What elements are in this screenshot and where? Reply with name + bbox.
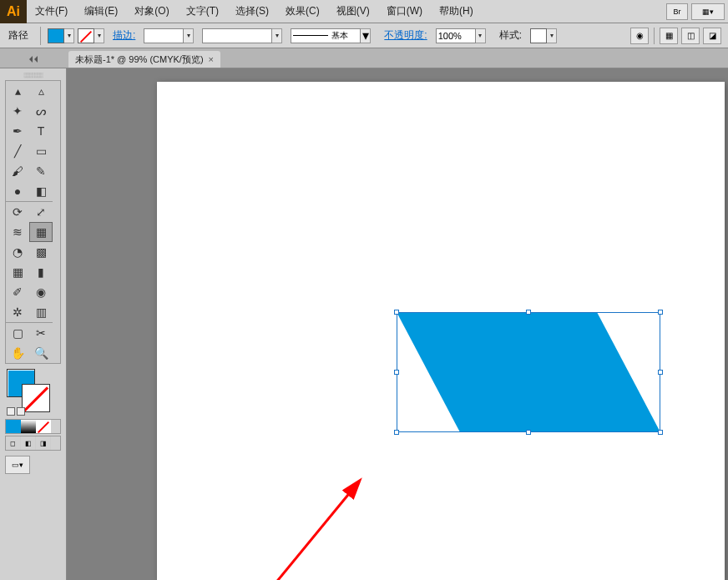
symbol-sprayer-tool[interactable]: ✲ xyxy=(6,302,29,322)
style-swatch-icon xyxy=(530,28,547,43)
color-mode-switcher xyxy=(5,419,61,434)
stroke-color-swatch[interactable] xyxy=(22,384,50,412)
column-graph-tool[interactable]: ▥ xyxy=(29,302,53,322)
toolbox: ▴ ▵ ✦ ᔕ ✒ T ╱ ▭ 🖌 ✎ ● ◧ ⟳ ⤢ ≋ ▦ ◔ ▩ ▦ ▮ … xyxy=(5,80,61,364)
draw-inside-icon[interactable]: ◨ xyxy=(36,436,51,450)
color-mode-solid[interactable] xyxy=(6,420,21,433)
eraser-tool[interactable]: ◧ xyxy=(29,181,53,201)
arrange-documents-button[interactable]: ▦▾ xyxy=(691,3,725,20)
menu-effect[interactable]: 效果(C) xyxy=(277,4,328,18)
swap-fill-stroke-icon[interactable] xyxy=(17,407,25,416)
draw-normal-icon[interactable]: ◻ xyxy=(6,436,21,450)
pencil-tool[interactable]: ✎ xyxy=(29,161,53,181)
document-tab-title: 未标题-1* @ 99% (CMYK/预览) xyxy=(75,53,204,66)
options-bar: 路径 描边: 基本 ▾ 不透明度: 样式: ◉ ▦ ◫ ◪ xyxy=(0,23,728,48)
fill-swatch-icon xyxy=(48,28,64,43)
menu-type[interactable]: 文字(T) xyxy=(178,4,227,18)
width-tool[interactable]: ≋ xyxy=(6,222,29,242)
menu-view[interactable]: 视图(V) xyxy=(328,4,378,18)
draw-behind-icon[interactable]: ◧ xyxy=(21,436,36,450)
paintbrush-tool[interactable]: 🖌 xyxy=(6,161,29,181)
slice-tool[interactable]: ✂ xyxy=(29,323,53,343)
draw-mode-switcher: ◻ ◧ ◨ xyxy=(5,436,61,451)
menu-window[interactable]: 窗口(W) xyxy=(378,4,431,18)
magic-wand-tool[interactable]: ✦ xyxy=(6,101,29,121)
selection-tool[interactable]: ▴ xyxy=(6,81,29,101)
brush-label: 基本 xyxy=(331,30,348,42)
stroke-dropdown-icon[interactable] xyxy=(94,28,104,43)
handle-bottom-middle[interactable] xyxy=(526,430,531,435)
blend-tool[interactable]: ◉ xyxy=(29,282,53,302)
document-tab[interactable]: 未标题-1* @ 99% (CMYK/预览) × xyxy=(68,51,220,68)
menu-file[interactable]: 文件(F) xyxy=(27,4,76,18)
perspective-grid-tool[interactable]: ▩ xyxy=(29,242,53,262)
mesh-tool[interactable]: ▦ xyxy=(6,262,29,282)
line-segment-tool[interactable]: ╱ xyxy=(6,141,29,161)
scale-tool[interactable]: ⤢ xyxy=(29,202,53,222)
menu-select[interactable]: 选择(S) xyxy=(227,4,277,18)
opacity-field[interactable] xyxy=(436,28,476,43)
default-fill-stroke-icon[interactable] xyxy=(7,407,15,416)
profile-dropdown-icon[interactable] xyxy=(272,28,282,43)
align-icon[interactable]: ▦ xyxy=(660,28,678,44)
fill-color-control[interactable] xyxy=(48,28,74,43)
handle-bottom-left[interactable] xyxy=(394,430,399,435)
tab-handle[interactable] xyxy=(0,51,67,68)
toolbox-grip[interactable] xyxy=(5,70,61,80)
brush-dropdown-icon[interactable]: ▾ xyxy=(361,28,371,43)
bounding-box[interactable] xyxy=(397,312,660,432)
opacity-dropdown-icon[interactable] xyxy=(476,28,486,43)
collapse-icon xyxy=(28,55,39,63)
canvas-area[interactable] xyxy=(67,68,728,580)
style-label: 样式: xyxy=(494,28,527,43)
opacity-input[interactable] xyxy=(436,28,486,43)
type-tool[interactable]: T xyxy=(29,121,53,141)
lasso-tool[interactable]: ᔕ xyxy=(29,101,53,121)
work-area: ▴ ▵ ✦ ᔕ ✒ T ╱ ▭ 🖌 ✎ ● ◧ ⟳ ⤢ ≋ ▦ ◔ ▩ ▦ ▮ … xyxy=(0,68,728,580)
handle-top-left[interactable] xyxy=(394,310,399,315)
brush-definition[interactable]: 基本 ▾ xyxy=(291,28,371,43)
eyedropper-tool[interactable]: ✐ xyxy=(6,282,29,302)
variable-width-profile[interactable] xyxy=(202,28,282,43)
style-dropdown-icon[interactable] xyxy=(547,28,557,43)
menu-object[interactable]: 对象(O) xyxy=(126,4,177,18)
menu-help[interactable]: 帮助(H) xyxy=(431,4,482,18)
bridge-button[interactable]: Br xyxy=(666,3,688,20)
handle-middle-right[interactable] xyxy=(658,370,663,375)
stroke-width-input[interactable] xyxy=(144,28,194,43)
graphic-style-control[interactable] xyxy=(530,28,557,43)
pen-tool[interactable]: ✒ xyxy=(6,121,29,141)
artboard-tool[interactable]: ▢ xyxy=(6,323,29,343)
gradient-tool[interactable]: ▮ xyxy=(29,262,53,282)
rectangle-tool[interactable]: ▭ xyxy=(29,141,53,161)
menu-bar: Ai 文件(F) 编辑(E) 对象(O) 文字(T) 选择(S) 效果(C) 视… xyxy=(0,0,728,23)
screen-mode-button[interactable]: ▭▾ xyxy=(5,456,30,474)
shape-builder-tool[interactable]: ◔ xyxy=(6,242,29,262)
recolor-artwork-icon[interactable]: ◉ xyxy=(630,28,649,44)
handle-bottom-right[interactable] xyxy=(658,430,663,435)
opacity-label[interactable]: 不透明度: xyxy=(379,28,432,43)
transform-icon[interactable]: ◫ xyxy=(681,28,700,44)
close-tab-icon[interactable]: × xyxy=(209,54,214,64)
handle-top-right[interactable] xyxy=(658,310,663,315)
profile-field[interactable] xyxy=(202,28,272,43)
stroke-color-control[interactable] xyxy=(78,28,104,43)
fill-stroke-control[interactable] xyxy=(5,367,52,407)
color-mode-none[interactable] xyxy=(36,420,51,433)
isolate-icon[interactable]: ◪ xyxy=(703,28,721,44)
hand-tool[interactable]: ✋ xyxy=(6,343,29,363)
rotate-tool[interactable]: ⟳ xyxy=(6,202,29,222)
stroke-width-dropdown-icon[interactable] xyxy=(184,28,194,43)
menu-edit[interactable]: 编辑(E) xyxy=(76,4,126,18)
stroke-width-field[interactable] xyxy=(144,28,184,43)
direct-selection-tool[interactable]: ▵ xyxy=(29,81,53,101)
handle-middle-left[interactable] xyxy=(394,370,399,375)
color-mode-gradient[interactable] xyxy=(21,420,36,433)
fill-dropdown-icon[interactable] xyxy=(64,28,74,43)
blob-brush-tool[interactable]: ● xyxy=(6,181,29,201)
free-transform-tool[interactable]: ▦ xyxy=(29,222,53,242)
zoom-tool[interactable]: 🔍 xyxy=(29,343,53,363)
document-tab-bar: 未标题-1* @ 99% (CMYK/预览) × xyxy=(0,48,728,68)
stroke-label[interactable]: 描边: xyxy=(108,28,140,43)
handle-top-middle[interactable] xyxy=(526,310,531,315)
